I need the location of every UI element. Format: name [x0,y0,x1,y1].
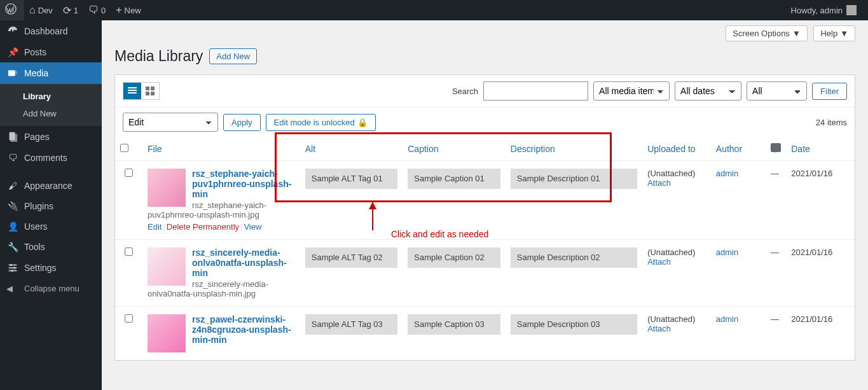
row-checkbox[interactable] [125,247,133,256]
media-icon [6,67,19,79]
menu-dashboard[interactable]: Dashboard [0,20,102,42]
lock-icon: 🔒 [357,118,368,127]
thumbnail[interactable] [148,314,186,352]
attach-link[interactable]: Attach [647,178,671,188]
row-checkbox[interactable] [125,169,133,177]
menu-appearance[interactable]: 🖌Appearance [0,176,102,196]
submenu-add-new[interactable]: Add New [0,105,102,122]
svg-rect-4 [10,134,17,143]
updates[interactable]: ⟳1 [58,0,83,20]
menu-posts[interactable]: 📌Posts [0,42,102,62]
alt-input[interactable]: Sample ALT Tag 02 [305,247,398,268]
col-file-header[interactable]: File [148,144,162,154]
new-content[interactable]: +New [111,0,146,20]
my-account[interactable]: Howdy, admin [786,0,862,20]
select-all-checkbox[interactable] [120,144,128,152]
svg-point-9 [13,267,16,269]
menu-comments[interactable]: 🗨Comments [0,148,102,168]
comments-column-icon [771,143,781,152]
user-icon: 👤 [6,221,19,232]
item-count: 24 items [816,118,847,127]
svg-rect-15 [151,87,155,90]
row-actions: Edit|Delete Permanently|View [148,222,295,232]
comments-count[interactable]: 🗨0 [83,0,111,20]
add-new-button[interactable]: Add New [209,48,257,64]
menu-settings[interactable]: Settings [0,257,102,279]
col-uploaded-header[interactable]: Uploaded to [647,144,696,154]
menu-media[interactable]: Media [0,62,102,84]
caret-down-icon: ▼ [840,29,848,38]
comment-count: — [771,169,779,178]
grid-view-button[interactable] [141,83,159,99]
upload-status: (Unattached) [647,314,695,324]
svg-point-8 [10,264,13,267]
author-link[interactable]: admin [716,247,738,257]
svg-rect-14 [146,87,149,90]
main-content: Screen Options▼ Help▼ Media Library Add … [102,20,868,361]
alt-input[interactable]: Sample ALT Tag 01 [305,169,398,189]
bulk-actions-bar: Edit Apply Edit mode is unlocked🔒 24 ite… [115,108,855,137]
menu-tools[interactable]: 🔧Tools [0,237,102,257]
attach-link[interactable]: Attach [647,257,671,267]
view-link[interactable]: View [244,222,261,232]
caption-input[interactable]: Sample Caption 01 [408,169,500,189]
table-row: rsz_pawel-czerwinski-z4n8cgruzoa-unsplas… [115,307,855,361]
submenu-library[interactable]: Library [0,88,102,105]
caption-input[interactable]: Sample Caption 02 [408,247,500,268]
author-link[interactable]: admin [716,169,738,178]
description-input[interactable]: Sample Description 01 [511,169,637,189]
refresh-icon: ⟳ [63,4,71,17]
col-description-header[interactable]: Description [511,144,555,154]
thumbnail[interactable] [148,247,186,286]
upload-status: (Unattached) [647,169,695,178]
description-input[interactable]: Sample Description 02 [511,247,637,268]
delete-link[interactable]: Delete Permanently [167,222,239,232]
search-input[interactable] [483,81,588,101]
col-author-header[interactable]: Author [716,144,742,154]
attach-link[interactable]: Attach [647,324,671,333]
alt-input[interactable]: Sample ALT Tag 03 [305,314,398,335]
upload-status: (Unattached) [647,247,695,257]
svg-point-2 [13,71,17,75]
media-list-panel: Search All media items All dates All Fil… [114,74,855,361]
media-type-filter[interactable]: All media items [593,81,670,101]
svg-rect-16 [146,92,149,95]
description-input[interactable]: Sample Description 03 [511,314,637,335]
home-icon: ⌂ [29,4,36,16]
thumbnail[interactable] [148,169,186,207]
comment-count: — [771,314,779,324]
plus-icon: + [116,4,121,16]
author-link[interactable]: admin [716,314,738,324]
wp-logo[interactable] [0,0,24,20]
col-alt-header[interactable]: Alt [305,144,315,154]
date-value: 2021/01/16 [791,247,832,257]
screen-options-button[interactable]: Screen Options▼ [726,25,807,41]
dashboard-icon [6,25,19,37]
apply-button[interactable]: Apply [223,114,261,131]
site-name[interactable]: ⌂Dev [24,0,58,20]
svg-point-10 [11,270,13,272]
menu-pages[interactable]: Pages [0,126,102,148]
edit-link[interactable]: Edit [148,222,162,232]
list-view-button[interactable] [123,83,141,99]
table-row: rsz_sincerely-media-onlva0natfa-unsplash… [115,240,855,307]
bulk-action-select[interactable]: Edit [123,113,218,132]
col-caption-header[interactable]: Caption [408,144,438,154]
col-date-header[interactable]: Date [791,144,810,154]
date-filter[interactable]: All dates [675,81,741,101]
pages-icon [6,131,19,143]
category-filter[interactable]: All [747,81,807,101]
edit-mode-button[interactable]: Edit mode is unlocked🔒 [266,114,376,131]
svg-rect-17 [151,92,155,95]
row-checkbox[interactable] [125,314,133,323]
help-button[interactable]: Help▼ [813,25,855,41]
filter-button[interactable]: Filter [812,83,847,100]
admin-sidebar: Dashboard 📌Posts Media Library Add New P… [0,20,102,390]
wrench-icon: 🔧 [6,242,19,252]
menu-users[interactable]: 👤Users [0,216,102,237]
menu-plugins[interactable]: 🔌Plugins [0,196,102,216]
collapse-menu[interactable]: ◀Collapse menu [0,279,102,298]
wordpress-icon [5,3,17,17]
caret-down-icon: ▼ [792,29,801,38]
caption-input[interactable]: Sample Caption 03 [408,314,500,335]
